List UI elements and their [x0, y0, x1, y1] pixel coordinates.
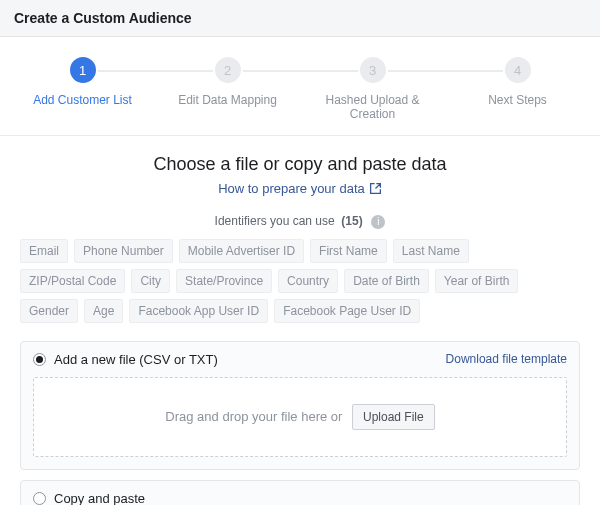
identifiers-label: Identifiers you can use [215, 214, 335, 228]
copy-paste-label: Copy and paste [54, 491, 145, 505]
step-4-number: 4 [503, 55, 533, 85]
step-1[interactable]: 1 Add Customer List [13, 55, 153, 121]
step-2-label: Edit Data Mapping [178, 93, 277, 107]
dropzone[interactable]: Drag and drop your file here or Upload F… [33, 377, 567, 457]
step-2[interactable]: 2 Edit Data Mapping [158, 55, 298, 121]
step-4-label: Next Steps [488, 93, 547, 107]
tag-yob[interactable]: Year of Birth [435, 269, 519, 293]
tag-last-name[interactable]: Last Name [393, 239, 469, 263]
download-template-link[interactable]: Download file template [446, 352, 567, 366]
dialog-title: Create a Custom Audience [0, 0, 600, 37]
tag-state[interactable]: State/Province [176, 269, 272, 293]
stepper: 1 Add Customer List 2 Edit Data Mapping … [0, 37, 600, 136]
step-2-number: 2 [213, 55, 243, 85]
dropzone-text: Drag and drop your file here or [165, 409, 342, 424]
radio-icon [33, 492, 46, 505]
help-link-label: How to prepare your data [218, 181, 365, 196]
step-1-label: Add Customer List [33, 93, 132, 107]
external-link-icon [369, 182, 382, 195]
upload-file-button[interactable]: Upload File [352, 404, 435, 430]
tag-first-name[interactable]: First Name [310, 239, 387, 263]
identifier-tags: Email Phone Number Mobile Advertiser ID … [20, 239, 580, 323]
tag-fb-page-user-id[interactable]: Facebook Page User ID [274, 299, 420, 323]
info-icon[interactable]: i [371, 215, 385, 229]
radio-icon [33, 353, 46, 366]
step-3-number: 3 [358, 55, 388, 85]
identifiers-count: (15) [341, 214, 362, 228]
tag-gender[interactable]: Gender [20, 299, 78, 323]
step-1-number: 1 [68, 55, 98, 85]
tag-fb-app-user-id[interactable]: Facebook App User ID [129, 299, 268, 323]
tag-city[interactable]: City [131, 269, 170, 293]
tag-email[interactable]: Email [20, 239, 68, 263]
tag-dob[interactable]: Date of Birth [344, 269, 429, 293]
add-file-label: Add a new file (CSV or TXT) [54, 352, 218, 367]
step-3[interactable]: 3 Hashed Upload & Creation [303, 55, 443, 121]
tag-age[interactable]: Age [84, 299, 123, 323]
step-3-label: Hashed Upload & Creation [303, 93, 443, 121]
page-title: Choose a file or copy and paste data [20, 154, 580, 175]
identifiers-header: Identifiers you can use (15) i [20, 214, 580, 229]
upload-file-panel: Add a new file (CSV or TXT) Download fil… [20, 341, 580, 470]
add-file-radio[interactable]: Add a new file (CSV or TXT) [33, 352, 218, 367]
copy-paste-panel: Copy and paste [20, 480, 580, 505]
help-link[interactable]: How to prepare your data [20, 181, 580, 196]
tag-zip[interactable]: ZIP/Postal Code [20, 269, 125, 293]
tag-country[interactable]: Country [278, 269, 338, 293]
tag-mobile-advertiser-id[interactable]: Mobile Advertiser ID [179, 239, 304, 263]
tag-phone[interactable]: Phone Number [74, 239, 173, 263]
step-4[interactable]: 4 Next Steps [448, 55, 588, 121]
copy-paste-radio[interactable]: Copy and paste [33, 491, 145, 505]
